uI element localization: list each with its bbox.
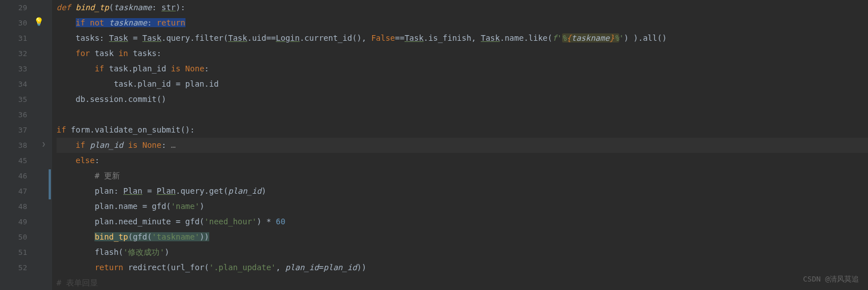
- code-area[interactable]: def bind_tp(taskname: str): if not taskn…: [52, 0, 868, 290]
- watermark-text: CSDN @清风莫追: [803, 274, 859, 284]
- line-number: 35: [0, 92, 27, 107]
- line-number: 29: [0, 0, 27, 15]
- code-line[interactable]: tasks: Task = Task.query.filter(Task.uid…: [57, 31, 868, 46]
- code-line[interactable]: task.plan_id = plan.id: [57, 76, 868, 92]
- line-number: 37: [0, 122, 27, 138]
- code-line[interactable]: for task in tasks:: [57, 46, 868, 61]
- line-number: 46: [0, 168, 27, 184]
- line-number: 38: [0, 138, 27, 153]
- line-number: 47: [0, 184, 27, 199]
- code-line[interactable]: # 更新: [57, 168, 868, 184]
- code-line[interactable]: plan.name = gfd('name'): [57, 199, 868, 214]
- code-line[interactable]: if plan_id is None: …: [57, 138, 868, 153]
- line-number: 31: [0, 31, 27, 46]
- gutter-annotations: 💡 ❯: [32, 0, 52, 290]
- code-line[interactable]: def bind_tp(taskname: str):: [57, 0, 868, 15]
- line-number: 30: [0, 15, 27, 31]
- line-number: 51: [0, 245, 27, 260]
- line-number: 52: [0, 260, 27, 275]
- line-number: [0, 275, 27, 290]
- fold-chevron-icon[interactable]: ❯: [42, 140, 46, 148]
- line-number: 50: [0, 229, 27, 245]
- code-line[interactable]: plan.need_minute = gfd('need_hour') * 60: [57, 214, 868, 229]
- lightbulb-icon[interactable]: 💡: [34, 17, 44, 26]
- code-line[interactable]: plan: Plan = Plan.query.get(plan_id): [57, 184, 868, 199]
- code-line[interactable]: # 表单回显: [57, 275, 868, 290]
- line-number: 49: [0, 214, 27, 229]
- line-number: 32: [0, 46, 27, 61]
- code-line[interactable]: return redirect(url_for('.plan_update', …: [57, 260, 868, 275]
- code-line[interactable]: else:: [57, 153, 868, 168]
- vcs-modified-marker: [49, 169, 51, 199]
- code-line[interactable]: [57, 107, 868, 122]
- code-line[interactable]: if form.validate_on_submit():: [57, 122, 868, 138]
- code-line[interactable]: flash('修改成功'): [57, 245, 868, 260]
- code-line[interactable]: bind_tp(gfd('taskname')): [57, 229, 868, 245]
- code-editor[interactable]: 293031323334353637384546474849505152 💡 ❯…: [0, 0, 868, 290]
- line-number: 36: [0, 107, 27, 122]
- line-number-gutter: 293031323334353637384546474849505152: [0, 0, 32, 290]
- line-number: 48: [0, 199, 27, 214]
- line-number: 45: [0, 153, 27, 168]
- line-number: 34: [0, 76, 27, 92]
- code-line[interactable]: if not taskname: return: [57, 15, 868, 31]
- line-number: 33: [0, 61, 27, 76]
- code-line[interactable]: if task.plan_id is None:: [57, 61, 868, 76]
- code-line[interactable]: db.session.commit(): [57, 92, 868, 107]
